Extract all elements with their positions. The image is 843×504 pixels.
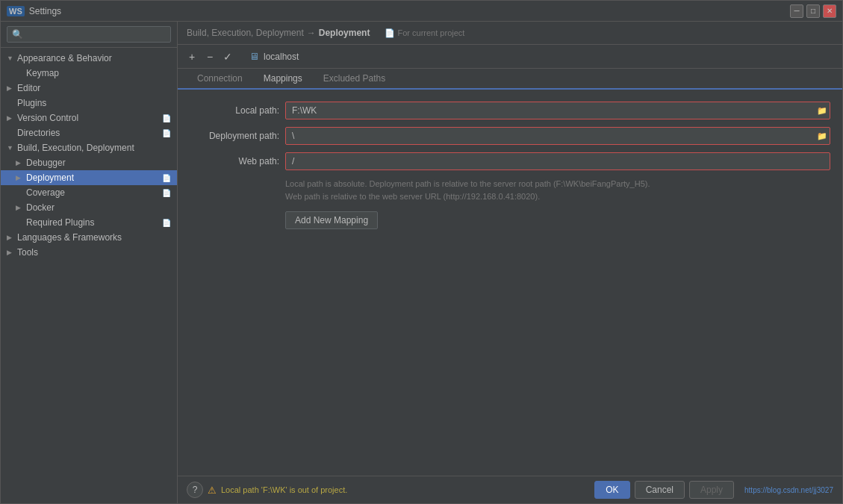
sidebar-item-label: Directories xyxy=(17,128,159,138)
nav-tree: ▼ Appearance & Behavior Keymap ▶ Editor … xyxy=(1,48,177,503)
settings-window: WS Settings ─ □ ✕ ▼ Appearance & Behavio… xyxy=(0,0,843,504)
sidebar-item-label: Coverage xyxy=(26,187,159,198)
local-path-row: Local path: 📁 xyxy=(190,102,830,119)
deployment-path-label: Deployment path: xyxy=(190,131,279,141)
server-item-localhost[interactable]: 🖥 localhost xyxy=(237,48,305,65)
tab-connection[interactable]: Connection xyxy=(187,69,253,90)
server-icon: 🖥 xyxy=(249,51,259,62)
expand-icon: ▶ xyxy=(16,204,23,211)
title-bar-left: WS Settings xyxy=(7,6,61,16)
add-server-button[interactable]: + xyxy=(184,49,200,64)
tabs-bar: Connection Mappings Excluded Paths xyxy=(178,69,842,90)
sidebar-item-appearance[interactable]: ▼ Appearance & Behavior xyxy=(1,51,177,66)
footer: ? ⚠ Local path 'F:\WK' is out of project… xyxy=(178,476,842,503)
footer-url: https://blog.csdn.net/jj3027 xyxy=(744,486,833,494)
expand-icon: ▶ xyxy=(7,234,14,241)
sidebar-item-label: Version Control xyxy=(17,113,159,123)
sidebar: ▼ Appearance & Behavior Keymap ▶ Editor … xyxy=(1,22,178,503)
badge-icon: 📄 xyxy=(162,174,171,182)
hint-line1: Local path is absolute. Deployment path … xyxy=(285,178,830,190)
sidebar-item-required-plugins[interactable]: Required Plugins 📄 xyxy=(1,215,177,230)
sidebar-item-editor[interactable]: ▶ Editor xyxy=(1,81,177,96)
sidebar-item-docker[interactable]: ▶ Docker xyxy=(1,200,177,215)
right-panel: Build, Execution, Deployment → Deploymen… xyxy=(178,22,842,503)
search-bar xyxy=(1,22,177,48)
breadcrumb-current: Deployment xyxy=(319,28,370,38)
remove-server-button[interactable]: − xyxy=(202,49,218,64)
sidebar-item-label: Deployment xyxy=(26,172,159,183)
sidebar-item-label: Languages & Frameworks xyxy=(17,232,171,243)
help-button[interactable]: ? xyxy=(187,482,203,498)
main-content: ▼ Appearance & Behavior Keymap ▶ Editor … xyxy=(1,22,842,503)
badge-icon: 📄 xyxy=(162,219,171,227)
title-bar-controls: ─ □ ✕ xyxy=(790,4,836,18)
sidebar-item-debugger[interactable]: ▶ Debugger xyxy=(1,155,177,170)
local-path-input-wrap: 📁 xyxy=(285,102,830,119)
breadcrumb: Build, Execution, Deployment → Deploymen… xyxy=(178,22,842,45)
sidebar-item-build[interactable]: ▼ Build, Execution, Deployment xyxy=(1,140,177,155)
project-icon: 📄 xyxy=(385,28,395,37)
sidebar-item-directories[interactable]: Directories 📄 xyxy=(1,125,177,140)
ok-button[interactable]: OK xyxy=(594,481,629,499)
sidebar-item-label: Appearance & Behavior xyxy=(17,53,171,63)
expand-icon: ▼ xyxy=(7,55,14,62)
warning-text: Local path 'F:\WK' is out of project. xyxy=(221,485,347,494)
apply-server-button[interactable]: ✓ xyxy=(220,49,236,64)
cancel-button[interactable]: Cancel xyxy=(635,481,685,499)
browse-icon[interactable]: 📁 xyxy=(817,106,827,116)
badge-icon: 📄 xyxy=(162,189,171,197)
sidebar-item-label: Docker xyxy=(26,202,171,213)
deployment-path-input[interactable] xyxy=(285,127,830,145)
warning-icon: ⚠ xyxy=(208,485,217,496)
web-path-label: Web path: xyxy=(190,156,279,167)
sidebar-item-version-control[interactable]: ▶ Version Control 📄 xyxy=(1,111,177,125)
server-name: localhost xyxy=(264,52,299,62)
web-path-row: Web path: xyxy=(190,152,830,170)
sidebar-item-plugins[interactable]: Plugins xyxy=(1,96,177,111)
sidebar-item-label: Required Plugins xyxy=(26,217,159,228)
sidebar-item-label: Debugger xyxy=(26,158,171,168)
expand-icon: ▼ xyxy=(7,144,14,152)
sidebar-item-label: Tools xyxy=(17,247,171,258)
browse-icon-deployment[interactable]: 📁 xyxy=(817,131,827,141)
search-input[interactable] xyxy=(7,26,171,43)
sidebar-item-tools[interactable]: ▶ Tools xyxy=(1,245,177,260)
sidebar-item-deployment[interactable]: ▶ Deployment 📄 xyxy=(1,170,177,185)
deployment-toolbar: + − ✓ 🖥 localhost xyxy=(178,45,842,69)
sidebar-item-coverage[interactable]: Coverage 📄 xyxy=(1,185,177,200)
tab-excluded-paths[interactable]: Excluded Paths xyxy=(313,69,396,90)
expand-icon: ▶ xyxy=(7,114,14,122)
title-bar: WS Settings ─ □ ✕ xyxy=(1,1,842,22)
mappings-content: Local path: 📁 Deployment path: 📁 xyxy=(178,90,842,476)
add-mapping-button[interactable]: Add New Mapping xyxy=(285,211,378,229)
badge-icon: 📄 xyxy=(162,114,171,122)
sidebar-item-label: Keymap xyxy=(26,68,171,78)
breadcrumb-arrow: → xyxy=(307,28,316,38)
maximize-button[interactable]: □ xyxy=(806,4,820,18)
hint-line2: Web path is relative to the web server U… xyxy=(285,190,830,203)
ws-logo: WS xyxy=(7,6,25,16)
footer-left: ? ⚠ Local path 'F:\WK' is out of project… xyxy=(187,482,594,498)
web-path-input[interactable] xyxy=(285,152,830,170)
apply-button[interactable]: Apply xyxy=(689,481,734,499)
breadcrumb-part1: Build, Execution, Deployment xyxy=(187,28,304,38)
close-button[interactable]: ✕ xyxy=(823,4,836,18)
sidebar-item-label: Build, Execution, Deployment xyxy=(17,143,171,153)
sidebar-item-label: Editor xyxy=(17,83,171,93)
window-title: Settings xyxy=(29,6,61,16)
hint-text: Local path is absolute. Deployment path … xyxy=(285,178,830,202)
sidebar-item-keymap[interactable]: Keymap xyxy=(1,66,177,81)
minimize-button[interactable]: ─ xyxy=(790,4,803,18)
expand-icon: ▶ xyxy=(7,84,14,92)
expand-icon: ▶ xyxy=(16,174,23,181)
tab-mappings[interactable]: Mappings xyxy=(253,69,313,90)
web-path-input-wrap xyxy=(285,152,830,170)
badge-icon: 📄 xyxy=(162,129,171,137)
deployment-path-row: Deployment path: 📁 xyxy=(190,127,830,145)
local-path-label: Local path: xyxy=(190,105,279,116)
local-path-input[interactable] xyxy=(285,102,830,119)
footer-buttons: OK Cancel Apply https://blog.csdn.net/jj… xyxy=(594,481,833,499)
sidebar-item-label: Plugins xyxy=(17,98,171,108)
sidebar-item-languages[interactable]: ▶ Languages & Frameworks xyxy=(1,230,177,245)
expand-icon: ▶ xyxy=(16,159,23,167)
